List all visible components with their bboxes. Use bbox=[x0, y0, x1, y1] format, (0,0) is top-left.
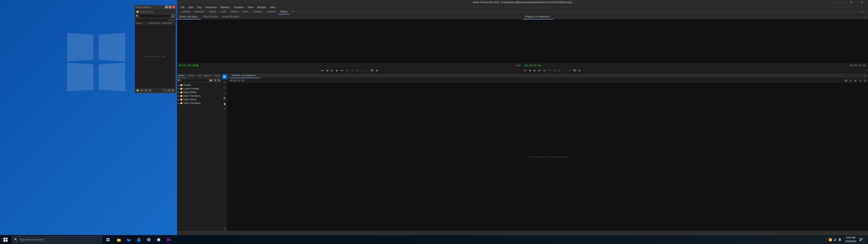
taskbar-app-explorer[interactable] bbox=[114, 235, 124, 244]
program-next-frame-button[interactable]: ▶ bbox=[538, 68, 542, 72]
tab-program-nosequence[interactable]: Program: (no sequence) ≡ bbox=[523, 14, 554, 20]
action-center-button[interactable] bbox=[858, 238, 864, 241]
program-lift-button[interactable]: ↑ bbox=[563, 68, 567, 72]
program-step-back-button[interactable]: ⏮ bbox=[523, 68, 527, 72]
taskbar-app-store[interactable] bbox=[134, 235, 144, 244]
source-overwrite-button[interactable]: ↓ bbox=[365, 68, 369, 72]
premiere-close-button[interactable]: ✕ bbox=[857, 0, 867, 5]
tool-selection[interactable]: ▶ bbox=[222, 74, 227, 79]
add-panel-button[interactable]: + bbox=[864, 15, 868, 19]
settings-button[interactable]: ⚙ bbox=[167, 89, 170, 92]
taskbar-app-premiere[interactable]: Pr bbox=[164, 235, 174, 244]
tab-effect-controls[interactable]: Effect Controls bbox=[201, 14, 220, 20]
timeline-tool-settings[interactable]: ⚙ bbox=[858, 79, 862, 83]
effects-audio-transitions[interactable]: ▶ 📁 Audio Transitions bbox=[177, 94, 221, 98]
menu-clip[interactable]: Clip bbox=[195, 5, 203, 9]
taskbar-app-settings[interactable] bbox=[154, 235, 164, 244]
menu-file[interactable]: File bbox=[179, 5, 186, 9]
menu-window[interactable]: Window bbox=[255, 5, 268, 9]
program-step-fwd-button[interactable]: ⏭ bbox=[543, 68, 547, 72]
close-program-tab[interactable]: ≡ bbox=[550, 16, 551, 18]
program-export-frame-button[interactable]: 📷 bbox=[572, 68, 577, 72]
premiere-restore-button[interactable]: ❐ bbox=[846, 0, 856, 5]
program-loop-button[interactable]: ↻ bbox=[548, 68, 552, 72]
source-loop-button[interactable]: ↻ bbox=[345, 68, 349, 72]
source-export-frame-button[interactable]: 📷 bbox=[370, 68, 374, 72]
close-timeline-tab[interactable]: ≡ bbox=[256, 74, 258, 77]
tab-source-noclips[interactable]: Source: (no clips) ≡ bbox=[177, 14, 201, 20]
taskbar-app-edge[interactable] bbox=[124, 235, 134, 244]
ws-tab-assembly[interactable]: Assembly bbox=[192, 9, 207, 14]
effects-video-transitions[interactable]: ▶ 📁 Video Transitions bbox=[177, 101, 221, 105]
ws-tab-color[interactable]: Color bbox=[219, 9, 228, 14]
tab-libraries[interactable]: Libraries bbox=[186, 73, 196, 78]
program-extract-button[interactable]: ↗ bbox=[567, 68, 572, 72]
source-insert-button[interactable]: ↙ bbox=[360, 68, 364, 72]
effects-new-bin-button[interactable]: 📁 bbox=[209, 79, 213, 82]
program-add-button[interactable]: + bbox=[864, 69, 868, 72]
effects-video-effects[interactable]: ▶ 📁 Video Effects bbox=[177, 98, 221, 101]
project-maximize-button[interactable] bbox=[168, 5, 172, 8]
tool-pen[interactable]: ◇ bbox=[222, 90, 227, 95]
source-step-fwd-button[interactable]: ⏭ bbox=[340, 68, 344, 72]
tray-network-icon[interactable]: 📶 bbox=[829, 238, 832, 241]
timeline-tool-magnet[interactable]: ⊕ bbox=[849, 79, 853, 83]
ws-tab-expand[interactable]: >> bbox=[859, 9, 866, 14]
tool-hand[interactable]: ✋ bbox=[222, 101, 227, 106]
tab-timeline-nosequence[interactable]: Timeline: (no sequence) ≡ bbox=[229, 73, 260, 78]
program-play-stop-button[interactable]: ▶ bbox=[533, 68, 537, 72]
menu-view[interactable]: View bbox=[246, 5, 255, 9]
project-minimize-button[interactable] bbox=[165, 5, 168, 8]
premiere-minimize-button[interactable]: — bbox=[835, 0, 845, 5]
tool-razor[interactable]: ✂ bbox=[222, 80, 227, 85]
source-step-back-button[interactable]: ⏮ bbox=[320, 68, 324, 72]
taskbar-app-chrome[interactable] bbox=[144, 235, 154, 244]
new-item-button[interactable]: 🎬 bbox=[140, 89, 144, 92]
ws-tab-learning[interactable]: Learning bbox=[179, 9, 192, 14]
effects-lumetri-presets[interactable]: ▶ 📁 Lumetri Presets bbox=[177, 87, 221, 90]
menu-graphics[interactable]: Graphics bbox=[232, 5, 246, 9]
program-settings-button[interactable]: ⋯ bbox=[583, 68, 587, 72]
tab-audio-clip-mixer[interactable]: Audio Clip Mixer bbox=[220, 14, 241, 20]
ws-tab-effects[interactable]: Effects bbox=[229, 9, 240, 14]
menu-markers[interactable]: Markers bbox=[219, 5, 231, 9]
start-button[interactable] bbox=[0, 235, 11, 244]
tray-hidden-icons[interactable]: ^ bbox=[826, 238, 827, 241]
timeline-tool-link[interactable]: 🔗 bbox=[844, 79, 848, 83]
new-bin-button[interactable]: 📁 bbox=[136, 89, 140, 92]
show-desktop-button[interactable] bbox=[864, 235, 866, 244]
program-mark-out-button[interactable]: ▷ bbox=[558, 68, 562, 72]
search-filter-button[interactable]: 🔍 bbox=[171, 89, 175, 92]
ws-tab-libraries[interactable]: Libraries bbox=[265, 9, 278, 14]
tab-effects[interactable]: Effects bbox=[177, 73, 186, 78]
source-play-stop-button[interactable]: ▶ bbox=[330, 68, 334, 72]
effects-audio-effects[interactable]: ▶ 📁 Audio Effects bbox=[177, 90, 221, 94]
tab-markers[interactable]: Markers bbox=[203, 73, 213, 78]
menu-edit[interactable]: Edit bbox=[187, 5, 195, 9]
program-mark-in-button[interactable]: ◁ bbox=[553, 68, 557, 72]
tab-history[interactable]: History bbox=[213, 73, 221, 78]
tool-ripple[interactable]: ↔ bbox=[222, 85, 227, 90]
icon-view-button[interactable]: ⊞ bbox=[148, 89, 152, 92]
project-col-name[interactable]: Name ▲ bbox=[136, 22, 149, 24]
task-view-button[interactable] bbox=[103, 235, 113, 244]
tab-info[interactable]: Info bbox=[196, 73, 203, 78]
ws-tab-editing[interactable]: Editing bbox=[207, 9, 218, 14]
program-add-marker-button[interactable]: ◆ bbox=[578, 68, 582, 72]
effects-search-input[interactable] bbox=[181, 79, 209, 82]
project-view-button[interactable]: ⊞ bbox=[171, 14, 175, 18]
ws-tab-audio[interactable]: Audio bbox=[240, 9, 251, 14]
timeline-tool-wrench[interactable]: 🔧 bbox=[863, 79, 867, 83]
tray-volume-icon[interactable]: 🔊 bbox=[833, 238, 837, 241]
zoom-slider-area[interactable]: ─ bbox=[163, 89, 166, 92]
source-prev-frame-button[interactable]: ◀ bbox=[325, 68, 329, 72]
close-source-tab[interactable]: ≡ bbox=[198, 16, 199, 18]
menu-sequence[interactable]: Sequence bbox=[204, 5, 219, 9]
ws-tab-graphics[interactable]: Graphics bbox=[251, 9, 265, 14]
project-close-button[interactable]: × bbox=[172, 5, 175, 8]
tool-zoom[interactable]: 🔍 bbox=[222, 96, 227, 101]
project-search-input[interactable] bbox=[139, 14, 170, 18]
program-prev-frame-button[interactable]: ◀ bbox=[528, 68, 532, 72]
effects-menu-button[interactable]: ☰ bbox=[213, 79, 217, 82]
effects-presets[interactable]: ▶ 📁 Presets bbox=[177, 83, 221, 87]
